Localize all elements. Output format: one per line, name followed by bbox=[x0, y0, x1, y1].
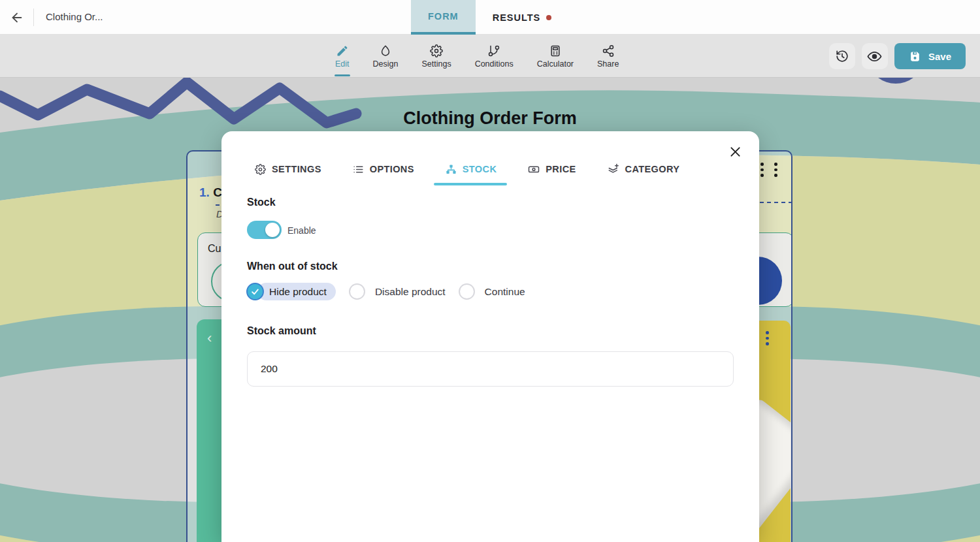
radio-option-label: Hide product bbox=[257, 283, 336, 300]
carousel-prev-icon[interactable]: ‹ bbox=[207, 330, 212, 347]
tab-results[interactable]: RESULTS bbox=[476, 0, 569, 35]
main-tab-group: FORM RESULTS bbox=[411, 0, 568, 35]
toolbar-item-conditions[interactable]: Conditions bbox=[472, 35, 517, 78]
floppy-disk-icon bbox=[909, 50, 921, 63]
modal-tab-label: CATEGORY bbox=[625, 164, 680, 174]
product-settings-modal: SETTINGS OPTIONS STOCK PRICE CATEGORY St… bbox=[221, 131, 759, 542]
radio-unchecked-icon bbox=[349, 283, 365, 300]
document-title: Clothing Or... bbox=[46, 11, 103, 22]
out-of-stock-label: When out of stock bbox=[247, 261, 338, 272]
modal-tab-settings[interactable]: SETTINGS bbox=[255, 161, 321, 178]
modal-tab-label: STOCK bbox=[463, 164, 497, 174]
stock-section-label: Stock bbox=[247, 197, 276, 208]
radio-option-label: Continue bbox=[485, 286, 525, 298]
toolbar-item-label: Calculator bbox=[537, 59, 574, 69]
back-arrow-icon bbox=[10, 10, 24, 25]
modal-tab-stock[interactable]: STOCK bbox=[446, 161, 497, 178]
modal-tab-label: SETTINGS bbox=[272, 164, 321, 174]
close-button[interactable] bbox=[724, 140, 746, 163]
toolbar-item-settings[interactable]: Settings bbox=[418, 35, 454, 78]
notification-dot bbox=[546, 15, 551, 20]
radio-option-hide-product[interactable]: Hide product bbox=[246, 283, 336, 300]
share-icon bbox=[602, 44, 615, 57]
preview-button[interactable] bbox=[862, 43, 888, 69]
radio-option-label: Disable product bbox=[375, 286, 446, 298]
history-icon bbox=[835, 49, 849, 63]
modal-tab-label: PRICE bbox=[546, 164, 576, 174]
branch-icon bbox=[487, 44, 500, 57]
top-bar: Clothing Or... FORM RESULTS bbox=[0, 0, 980, 35]
tab-form[interactable]: FORM bbox=[411, 0, 476, 35]
modal-tab-bar: SETTINGS OPTIONS STOCK PRICE CATEGORY bbox=[255, 161, 679, 178]
divider bbox=[33, 8, 34, 26]
gear-icon bbox=[255, 164, 266, 175]
banknote-icon bbox=[528, 163, 540, 175]
toolbar-item-calculator[interactable]: Calculator bbox=[534, 35, 577, 78]
radio-option-continue[interactable]: Continue bbox=[459, 283, 525, 300]
toolbar-item-label: Share bbox=[597, 59, 619, 69]
kebab-menu-icon[interactable] bbox=[774, 163, 777, 177]
out-of-stock-options: Hide product Disable product Continue bbox=[246, 283, 525, 300]
toolbar-item-label: Design bbox=[373, 59, 399, 69]
toolbar-item-design[interactable]: Design bbox=[370, 35, 402, 78]
kebab-menu-icon[interactable] bbox=[760, 163, 764, 177]
radio-checked-icon bbox=[246, 283, 264, 300]
kebab-menu-icon[interactable] bbox=[766, 331, 769, 345]
toolbar-nav: Edit Design Settings Conditions Calculat… bbox=[332, 35, 622, 78]
toolbar: Edit Design Settings Conditions Calculat… bbox=[0, 35, 980, 78]
toggle-knob bbox=[265, 223, 280, 237]
list-icon bbox=[353, 164, 364, 175]
form-canvas: Clothing Order Form 1. Cl De Cur ‹ bbox=[0, 78, 980, 542]
save-button[interactable]: Save bbox=[894, 43, 966, 69]
modal-tab-options[interactable]: OPTIONS bbox=[353, 161, 414, 178]
toolbar-item-share[interactable]: Share bbox=[594, 35, 622, 78]
stock-amount-input[interactable] bbox=[247, 351, 734, 387]
toolbar-item-edit[interactable]: Edit bbox=[332, 35, 353, 78]
toggle-label: Enable bbox=[287, 225, 316, 236]
stock-amount-label: Stock amount bbox=[247, 325, 316, 337]
toolbar-item-label: Settings bbox=[421, 59, 451, 69]
radio-unchecked-icon bbox=[459, 283, 475, 300]
calculator-icon bbox=[549, 44, 562, 57]
stock-enable-toggle[interactable] bbox=[247, 221, 282, 239]
tab-results-label: RESULTS bbox=[493, 12, 541, 23]
form-title[interactable]: Clothing Order Form bbox=[0, 108, 980, 129]
toolbar-item-label: Edit bbox=[335, 59, 350, 69]
dashed-underline bbox=[760, 202, 792, 203]
pencil-icon bbox=[336, 44, 349, 57]
toolbar-item-label: Conditions bbox=[475, 59, 514, 69]
sitemap-icon bbox=[446, 164, 457, 175]
modal-tab-label: OPTIONS bbox=[370, 164, 414, 174]
question-number: 1. bbox=[199, 185, 210, 199]
modal-tab-price[interactable]: PRICE bbox=[528, 161, 576, 178]
save-button-label: Save bbox=[928, 51, 951, 62]
gear-icon bbox=[430, 44, 443, 57]
radio-option-disable-product[interactable]: Disable product bbox=[349, 283, 446, 300]
eye-icon bbox=[867, 49, 882, 64]
modal-tab-category[interactable]: CATEGORY bbox=[608, 161, 680, 178]
droplet-icon bbox=[379, 44, 392, 57]
close-icon bbox=[728, 145, 742, 159]
layers-plus-icon bbox=[608, 163, 619, 175]
toolbar-right-controls: Save bbox=[829, 43, 966, 69]
history-button[interactable] bbox=[829, 43, 855, 69]
back-button[interactable] bbox=[8, 8, 26, 27]
